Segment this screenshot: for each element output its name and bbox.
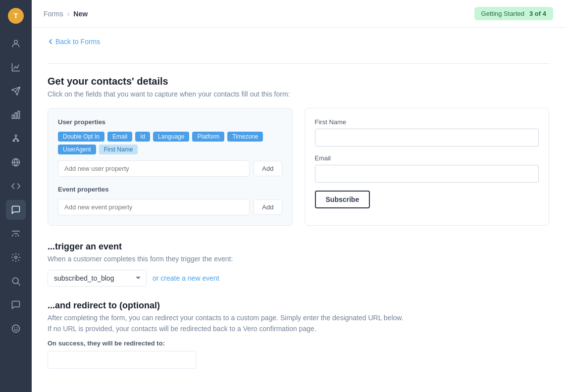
tag-useragent[interactable]: UserAgent bbox=[58, 145, 96, 154]
redirect-desc2: If no URL is provided, your contacts wil… bbox=[48, 325, 549, 333]
sidebar-item-segments[interactable] bbox=[6, 224, 26, 244]
svg-point-11 bbox=[15, 256, 17, 259]
preview-field1-label: First Name bbox=[315, 118, 539, 126]
preview-field2-input bbox=[315, 165, 539, 183]
redirect-title: ...and redirect to (optional) bbox=[48, 300, 549, 311]
sidebar-item-workflows[interactable] bbox=[6, 129, 26, 148]
topbar: Forms › New Getting Started 3 of 4 bbox=[32, 0, 565, 28]
page-title: Get your contacts' details bbox=[48, 76, 549, 87]
breadcrumb-separator: › bbox=[67, 10, 70, 18]
sidebar-item-reports[interactable] bbox=[6, 105, 26, 125]
sidebar-item-messages[interactable] bbox=[6, 200, 26, 220]
svg-rect-3 bbox=[18, 111, 19, 119]
content-area: Back to Forms Get your contacts' details… bbox=[32, 28, 565, 392]
add-event-property-button[interactable]: Add bbox=[254, 199, 282, 215]
tag-timezone[interactable]: Timezone bbox=[227, 132, 263, 142]
tag-language[interactable]: Language bbox=[153, 132, 189, 142]
add-event-property-row: Add bbox=[58, 199, 282, 215]
svg-rect-1 bbox=[12, 115, 14, 119]
left-panel: User properties Double Opt In Email Id L… bbox=[48, 108, 293, 226]
trigger-title: ...trigger an event bbox=[48, 242, 549, 252]
tag-id[interactable]: Id bbox=[135, 132, 150, 142]
redirect-url-input[interactable] bbox=[48, 351, 196, 369]
sidebar-item-developer[interactable] bbox=[6, 176, 26, 196]
create-event-link[interactable]: or create a new event bbox=[153, 274, 219, 282]
sidebar: T bbox=[0, 0, 32, 392]
sidebar-item-search[interactable] bbox=[6, 271, 26, 291]
main-content: Forms › New Getting Started 3 of 4 Back … bbox=[32, 0, 565, 392]
redirect-desc1: After completing the form, you can redir… bbox=[48, 314, 549, 322]
add-user-property-input[interactable] bbox=[58, 160, 250, 177]
user-property-tags: Double Opt In Email Id Language Platform… bbox=[58, 132, 282, 154]
back-to-forms-link[interactable]: Back to Forms bbox=[48, 28, 549, 53]
sidebar-item-nps[interactable] bbox=[6, 319, 26, 339]
tag-email[interactable]: Email bbox=[107, 132, 132, 142]
add-user-property-button[interactable]: Add bbox=[254, 161, 282, 176]
sidebar-item-settings[interactable] bbox=[6, 247, 26, 267]
tag-platform[interactable]: Platform bbox=[192, 132, 224, 142]
divider-top bbox=[48, 63, 549, 64]
breadcrumb: Forms › New bbox=[44, 10, 88, 18]
sidebar-item-contacts[interactable] bbox=[6, 34, 26, 53]
add-event-property-input[interactable] bbox=[58, 199, 250, 215]
trigger-description: When a customer completes this form they… bbox=[48, 255, 549, 263]
breadcrumb-parent[interactable]: Forms bbox=[44, 10, 63, 18]
right-panel: First Name Email Subscribe bbox=[305, 108, 550, 226]
getting-started-label: Getting Started bbox=[481, 10, 524, 17]
sidebar-item-analytics[interactable] bbox=[6, 57, 26, 77]
svg-point-14 bbox=[12, 325, 20, 333]
event-properties-label: Event properties bbox=[58, 186, 282, 193]
breadcrumb-current: New bbox=[73, 10, 88, 18]
event-select[interactable]: subscribed_to_blog form_submitted newsle… bbox=[48, 270, 147, 287]
add-user-property-row: Add bbox=[58, 160, 282, 177]
getting-started-step: 3 of 4 bbox=[529, 10, 546, 17]
tag-double-opt-in[interactable]: Double Opt In bbox=[58, 132, 104, 142]
preview-field1-input bbox=[315, 129, 539, 147]
sidebar-item-campaigns[interactable] bbox=[6, 81, 26, 101]
svg-point-0 bbox=[14, 40, 18, 44]
subscribe-button[interactable]: Subscribe bbox=[315, 191, 370, 208]
sidebar-item-integrations[interactable] bbox=[6, 152, 26, 172]
getting-started-badge[interactable]: Getting Started 3 of 4 bbox=[474, 7, 553, 20]
redirect-field-label: On success, they will be redirected to: bbox=[48, 340, 549, 347]
preview-field2-label: Email bbox=[315, 154, 539, 162]
page-description: Click on the fields that you want to cap… bbox=[48, 90, 549, 98]
sidebar-item-support[interactable] bbox=[6, 295, 26, 315]
tag-first-name[interactable]: First Name bbox=[99, 145, 138, 154]
svg-rect-2 bbox=[15, 113, 16, 119]
avatar[interactable]: T bbox=[8, 8, 24, 24]
event-row: subscribed_to_blog form_submitted newsle… bbox=[48, 270, 549, 287]
user-properties-label: User properties bbox=[58, 118, 282, 126]
svg-line-13 bbox=[18, 283, 20, 286]
form-panels: User properties Double Opt In Email Id L… bbox=[48, 108, 549, 226]
